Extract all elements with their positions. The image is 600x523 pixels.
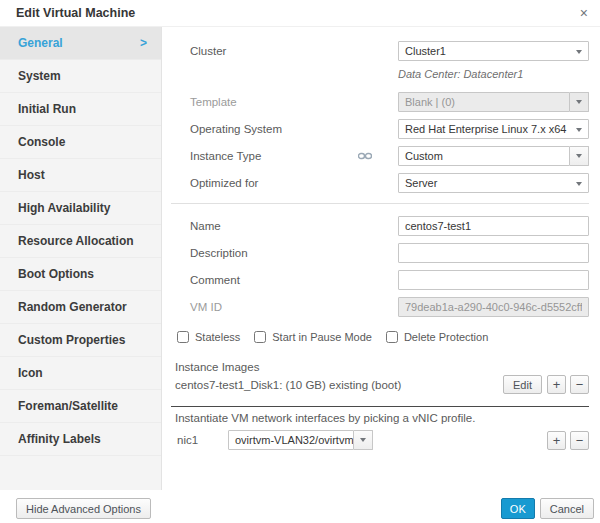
start-in-pause-mode-checkbox[interactable]: Start in Pause Mode	[254, 331, 372, 343]
nic1-label: nic1	[177, 434, 228, 446]
operating-system-label: Operating System	[190, 123, 398, 135]
operating-system-select[interactable]: Red Hat Enterprise Linux 7.x x64	[398, 119, 589, 139]
sidebar-item-label: Console	[18, 135, 65, 149]
instance-type-label: Instance Type	[190, 150, 398, 162]
instance-type-combo[interactable]: Custom	[398, 146, 589, 166]
sidebar-item-label: Host	[18, 168, 45, 182]
disk-entry: centos7-test1_Disk1: (10 GB) existing (b…	[175, 379, 503, 391]
chevron-down-icon	[576, 100, 582, 104]
cluster-label: Cluster	[190, 45, 398, 57]
optimized-for-select[interactable]: Server	[398, 173, 589, 193]
sidebar-item-boot-options[interactable]: Boot Options	[0, 258, 161, 291]
vnic-instruction: Instantiate VM network interfaces by pic…	[175, 412, 589, 424]
sidebar-item-label: Custom Properties	[18, 333, 125, 347]
name-label: Name	[190, 220, 398, 232]
sidebar: General > System Initial Run Console Hos…	[0, 27, 162, 490]
description-input[interactable]	[398, 243, 589, 263]
sidebar-item-label: General	[18, 36, 63, 50]
template-label: Template	[190, 96, 398, 108]
chevron-down-icon	[360, 438, 366, 442]
description-label: Description	[190, 247, 398, 259]
edit-disk-button[interactable]: Edit	[503, 375, 542, 394]
datacenter-note: Data Center: Datacenter1	[398, 68, 589, 80]
sidebar-item-general[interactable]: General >	[0, 27, 161, 60]
cancel-button[interactable]: Cancel	[540, 498, 594, 519]
general-panel: Cluster Cluster1 Data Center: Datacenter…	[162, 27, 600, 490]
add-disk-button[interactable]: +	[547, 375, 566, 394]
sidebar-item-console[interactable]: Console	[0, 126, 161, 159]
section-divider	[171, 203, 589, 204]
vnic-section-divider	[171, 406, 589, 407]
checkbox-input[interactable]	[386, 331, 398, 343]
dialog-footer: Hide Advanced Options OK Cancel	[0, 490, 600, 523]
sidebar-item-label: Random Generator	[18, 300, 127, 314]
sidebar-item-high-availability[interactable]: High Availability	[0, 192, 161, 225]
template-value: Blank | (0)	[398, 92, 570, 112]
close-icon[interactable]: ×	[580, 6, 588, 20]
add-nic-button[interactable]: +	[547, 431, 566, 450]
chevron-right-icon: >	[140, 36, 147, 50]
nic1-profile-combo[interactable]: ovirtvm-VLAN32/ovirtvm-VLAN32	[228, 430, 373, 450]
dialog-header: Edit Virtual Machine ×	[0, 0, 600, 27]
stateless-checkbox[interactable]: Stateless	[177, 331, 240, 343]
optimized-for-label: Optimized for	[190, 177, 398, 189]
chevron-down-icon	[576, 154, 582, 158]
checkbox-input[interactable]	[177, 331, 189, 343]
vm-id-label: VM ID	[190, 301, 398, 313]
vm-id-input	[398, 297, 589, 317]
sidebar-item-initial-run[interactable]: Initial Run	[0, 93, 161, 126]
sidebar-item-label: High Availability	[18, 201, 110, 215]
sidebar-item-host[interactable]: Host	[0, 159, 161, 192]
sidebar-item-icon[interactable]: Icon	[0, 357, 161, 390]
dropdown-chevron-button[interactable]	[354, 430, 373, 450]
dropdown-chevron-button[interactable]	[570, 146, 589, 166]
name-input[interactable]	[398, 216, 589, 236]
checkbox-input[interactable]	[254, 331, 266, 343]
sidebar-item-custom-properties[interactable]: Custom Properties	[0, 324, 161, 357]
sidebar-item-affinity-labels[interactable]: Affinity Labels	[0, 423, 161, 456]
remove-nic-button[interactable]: −	[570, 431, 589, 450]
chevron-down-icon	[576, 128, 582, 132]
comment-input[interactable]	[398, 270, 589, 290]
sidebar-item-foreman-satellite[interactable]: Foreman/Satellite	[0, 390, 161, 423]
instance-type-value[interactable]: Custom	[398, 146, 570, 166]
delete-protection-checkbox[interactable]: Delete Protection	[386, 331, 488, 343]
unlink-chain-icon	[358, 152, 372, 160]
dropdown-chevron-button	[570, 92, 589, 112]
hide-advanced-options-button[interactable]: Hide Advanced Options	[16, 498, 151, 519]
chevron-down-icon	[576, 50, 582, 54]
sidebar-item-label: Icon	[18, 366, 43, 380]
sidebar-item-system[interactable]: System	[0, 60, 161, 93]
remove-disk-button[interactable]: −	[570, 375, 589, 394]
sidebar-item-label: Resource Allocation	[18, 234, 134, 248]
comment-label: Comment	[190, 274, 398, 286]
sidebar-item-resource-allocation[interactable]: Resource Allocation	[0, 225, 161, 258]
ok-button[interactable]: OK	[501, 498, 535, 519]
sidebar-item-label: Affinity Labels	[18, 432, 101, 446]
nic1-profile-value[interactable]: ovirtvm-VLAN32/ovirtvm-VLAN32	[228, 430, 354, 450]
instance-images-heading: Instance Images	[175, 361, 589, 373]
sidebar-item-label: System	[18, 69, 61, 83]
sidebar-item-label: Boot Options	[18, 267, 94, 281]
edit-vm-dialog: Edit Virtual Machine × General > System …	[0, 0, 600, 523]
chevron-down-icon	[576, 182, 582, 186]
template-combo: Blank | (0)	[398, 92, 589, 112]
sidebar-item-random-generator[interactable]: Random Generator	[0, 291, 161, 324]
cluster-select[interactable]: Cluster1	[398, 41, 589, 61]
sidebar-item-label: Initial Run	[18, 102, 76, 116]
sidebar-item-label: Foreman/Satellite	[18, 399, 118, 413]
dialog-title: Edit Virtual Machine	[16, 6, 135, 20]
